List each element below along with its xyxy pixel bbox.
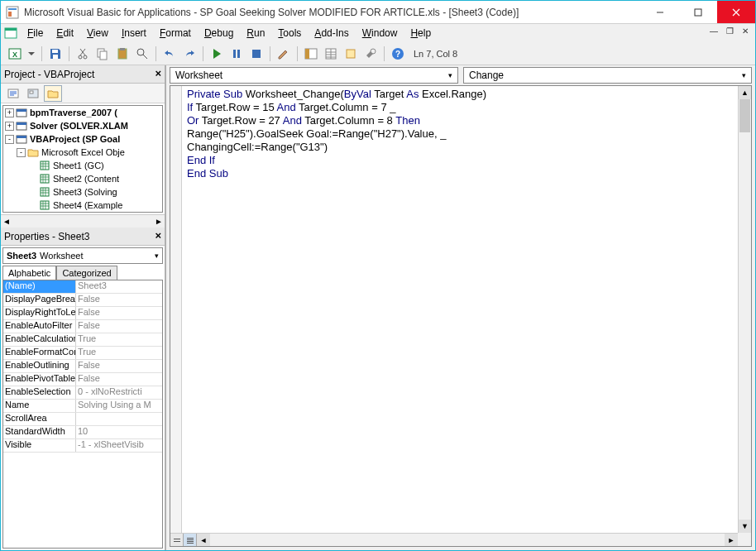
- property-value[interactable]: 0 - xlNoRestricti: [76, 386, 162, 399]
- property-row[interactable]: Visible-1 - xlSheetVisib: [3, 439, 162, 453]
- tree-node[interactable]: -Microsoft Excel Obje: [3, 146, 162, 159]
- tree-node[interactable]: Sheet3 (Solving: [3, 185, 162, 199]
- scroll-thumb[interactable]: [739, 99, 750, 132]
- property-value[interactable]: False: [76, 320, 162, 333]
- vertical-scrollbar[interactable]: ▲ ▼: [738, 86, 751, 546]
- scroll-left-icon[interactable]: ◄: [2, 217, 11, 226]
- property-row[interactable]: EnableSelection0 - xlNoRestricti: [3, 386, 162, 400]
- tree-node[interactable]: -VBAProject (SP Goal: [3, 132, 162, 146]
- properties-grid[interactable]: (Name)Sheet3DisplayPageBreakFalseDisplay…: [2, 280, 163, 549]
- property-value[interactable]: True: [76, 333, 162, 346]
- property-row[interactable]: ScrollArea: [3, 413, 162, 426]
- tree-node[interactable]: Sheet1 (GC): [3, 159, 162, 172]
- property-value[interactable]: -1 - xlSheetVisib: [76, 439, 162, 452]
- view-code-button[interactable]: [4, 85, 22, 102]
- view-excel-button[interactable]: X: [6, 45, 24, 63]
- view-object-button[interactable]: [24, 85, 42, 102]
- tab-categorized[interactable]: Categorized: [56, 266, 117, 280]
- project-pane-close-button[interactable]: ×: [155, 67, 161, 79]
- minimize-button[interactable]: [641, 1, 679, 23]
- code-area[interactable]: Private Sub Worksheet_Change(ByVal Targe…: [182, 86, 738, 546]
- help-button[interactable]: ?: [389, 45, 407, 63]
- scroll-right-icon[interactable]: ►: [725, 534, 738, 546]
- tree-node[interactable]: Sheet2 (Content: [3, 172, 162, 185]
- scroll-up-icon[interactable]: ▲: [739, 86, 751, 99]
- scroll-left-icon[interactable]: ◄: [197, 534, 210, 546]
- scroll-right-icon[interactable]: ►: [155, 217, 163, 226]
- mdi-close-button[interactable]: ✕: [740, 26, 750, 36]
- properties-pane-close-button[interactable]: ×: [155, 229, 161, 242]
- menu-add-ins[interactable]: Add-Ins: [308, 26, 355, 41]
- procedure-selector[interactable]: Change ▾: [463, 67, 752, 84]
- redo-button[interactable]: [180, 45, 199, 63]
- find-button[interactable]: [133, 45, 151, 63]
- maximize-button[interactable]: [679, 1, 717, 23]
- code-editor[interactable]: Private Sub Worksheet_Change(ByVal Targe…: [170, 85, 752, 547]
- menu-view[interactable]: View: [80, 26, 115, 41]
- property-value[interactable]: Solving Using a M: [76, 400, 162, 412]
- property-row[interactable]: DisplayRightToLefFalse: [3, 307, 162, 320]
- menu-run[interactable]: Run: [240, 26, 271, 41]
- code-line[interactable]: Private Sub Worksheet_Change(ByVal Targe…: [187, 88, 733, 101]
- procedure-view-button[interactable]: [170, 534, 184, 546]
- property-row[interactable]: EnableAutoFilterFalse: [3, 320, 162, 333]
- code-line[interactable]: Range("H25").GoalSeek Goal:=Range("H27")…: [187, 127, 733, 141]
- menu-help[interactable]: Help: [404, 26, 438, 41]
- project-explorer-button[interactable]: [302, 45, 320, 63]
- property-row[interactable]: EnableFormatConTrue: [3, 347, 162, 360]
- mdi-restore-button[interactable]: ❐: [725, 26, 735, 36]
- menu-tools[interactable]: Tools: [271, 26, 308, 41]
- save-button[interactable]: [46, 45, 65, 63]
- reset-button[interactable]: [247, 45, 266, 63]
- properties-window-button[interactable]: [322, 45, 340, 63]
- tab-alphabetic[interactable]: Alphabetic: [2, 266, 56, 280]
- break-button[interactable]: [227, 45, 246, 63]
- property-value[interactable]: False: [76, 360, 162, 372]
- paste-button[interactable]: [113, 45, 132, 63]
- property-row[interactable]: EnablePivotTableFalse: [3, 373, 162, 386]
- object-browser-button[interactable]: [342, 45, 360, 63]
- property-row[interactable]: EnableOutliningFalse: [3, 360, 162, 373]
- tree-node[interactable]: Sheet6 (Goal Se: [3, 212, 162, 213]
- property-value[interactable]: 10: [76, 426, 162, 438]
- undo-button[interactable]: [160, 45, 179, 63]
- tree-horizontal-scrollbar[interactable]: ◄ ►: [1, 214, 165, 228]
- tree-toggle-icon[interactable]: +: [5, 108, 14, 117]
- property-row[interactable]: DisplayPageBreakFalse: [3, 294, 162, 307]
- menu-debug[interactable]: Debug: [198, 26, 240, 41]
- mdi-minimize-button[interactable]: —: [708, 26, 720, 36]
- code-margin[interactable]: [170, 86, 182, 546]
- scroll-down-icon[interactable]: ▼: [739, 520, 751, 533]
- property-value[interactable]: Sheet3: [76, 280, 162, 293]
- property-row[interactable]: (Name)Sheet3: [3, 280, 162, 294]
- property-row[interactable]: StandardWidth10: [3, 426, 162, 439]
- project-tree[interactable]: +bpmTraverse_2007 (+Solver (SOLVER.XLAM-…: [2, 105, 163, 213]
- menu-window[interactable]: Window: [356, 26, 404, 41]
- code-line[interactable]: ChangingCell:=Range("G13"): [187, 141, 733, 154]
- cut-button[interactable]: [74, 45, 92, 63]
- object-selector[interactable]: Worksheet ▾: [170, 67, 458, 84]
- insert-dropdown-button[interactable]: [26, 45, 37, 63]
- code-line[interactable]: End If: [187, 154, 733, 167]
- copy-button[interactable]: [93, 45, 112, 63]
- close-button[interactable]: [717, 1, 755, 23]
- code-line[interactable]: End Sub: [187, 167, 733, 180]
- tree-toggle-icon[interactable]: -: [17, 148, 26, 157]
- tree-node[interactable]: +bpmTraverse_2007 (: [3, 106, 162, 119]
- toolbox-button[interactable]: [361, 45, 380, 63]
- tree-node[interactable]: +Solver (SOLVER.XLAM: [3, 119, 162, 132]
- property-value[interactable]: False: [76, 373, 162, 386]
- property-row[interactable]: NameSolving Using a M: [3, 400, 162, 413]
- code-line[interactable]: If Target.Row = 15 And Target.Column = 7…: [187, 101, 733, 114]
- properties-object-selector[interactable]: Sheet3 Worksheet ▾: [2, 247, 163, 264]
- menu-file[interactable]: File: [21, 26, 50, 41]
- design-mode-button[interactable]: [275, 45, 293, 63]
- property-value[interactable]: True: [76, 347, 162, 359]
- menu-format[interactable]: Format: [153, 26, 198, 41]
- tree-toggle-icon[interactable]: -: [5, 135, 14, 144]
- menu-insert[interactable]: Insert: [115, 26, 153, 41]
- toggle-folders-button[interactable]: [44, 85, 62, 102]
- tree-toggle-icon[interactable]: +: [5, 122, 14, 131]
- property-value[interactable]: False: [76, 294, 162, 306]
- full-module-view-button[interactable]: [184, 534, 197, 546]
